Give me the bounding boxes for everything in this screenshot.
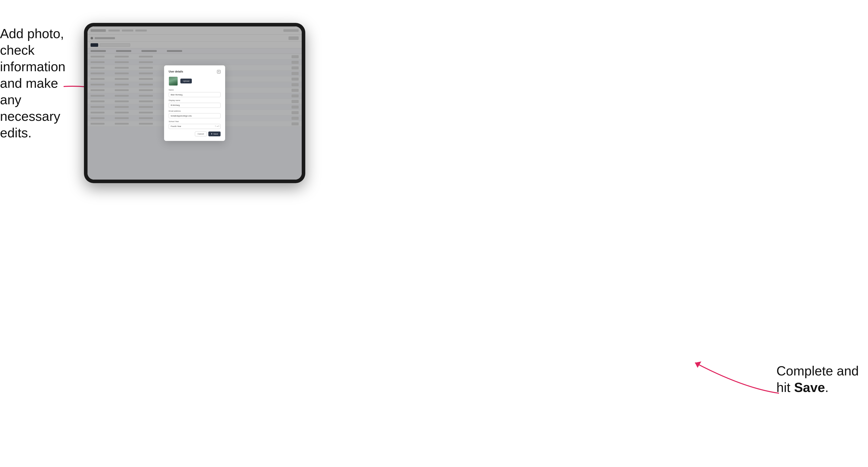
save-button[interactable]: ⬆ Save: [208, 131, 221, 136]
email-field-group: Email address: [169, 110, 221, 119]
school-year-select[interactable]: First Year Second Year Third Year Fourth…: [169, 124, 221, 129]
name-input[interactable]: [169, 92, 221, 97]
avatar-thumbnail: [169, 76, 178, 86]
annotation-right-suffix: .: [825, 380, 829, 395]
display-name-field-group: Display name: [169, 99, 221, 108]
school-year-field-group: School Year First Year Second Year Third…: [169, 120, 221, 129]
select-clear-icon[interactable]: ×: [215, 125, 216, 127]
modal-footer: Cancel ⬆ Save: [169, 131, 221, 136]
select-icons: × ▲▼: [215, 125, 220, 127]
app-background: User details × Upload Name: [88, 27, 302, 180]
annotation-right: Complete and hit Save.: [776, 363, 863, 396]
upload-button[interactable]: Upload: [180, 79, 192, 84]
name-label: Name: [169, 89, 221, 91]
email-input[interactable]: [169, 113, 221, 118]
tablet-frame: User details × Upload Name: [84, 23, 305, 183]
display-name-label: Display name: [169, 99, 221, 101]
modal-title: User details: [169, 70, 183, 73]
user-details-modal: User details × Upload Name: [164, 65, 225, 141]
photo-upload-area: Upload: [169, 76, 221, 86]
annotation-right-bold: Save: [794, 380, 825, 395]
school-year-select-wrapper: First Year Second Year Third Year Fourth…: [169, 123, 221, 129]
avatar-image: [169, 77, 178, 86]
modal-overlay: User details × Upload Name: [88, 27, 302, 180]
chevron-down-icon[interactable]: ▲▼: [216, 125, 220, 127]
svg-marker-1: [695, 362, 701, 368]
display-name-input[interactable]: [169, 103, 221, 108]
modal-close-button[interactable]: ×: [217, 70, 221, 73]
arrow-right-indicator: [680, 347, 781, 398]
tablet-screen: User details × Upload Name: [88, 27, 302, 180]
save-button-label: Save: [213, 133, 218, 135]
save-icon: ⬆: [211, 133, 213, 135]
school-year-label: School Year: [169, 120, 221, 123]
name-field-group: Name: [169, 89, 221, 97]
cancel-button[interactable]: Cancel: [195, 131, 207, 136]
modal-header: User details ×: [169, 70, 221, 73]
email-label: Email address: [169, 110, 221, 112]
